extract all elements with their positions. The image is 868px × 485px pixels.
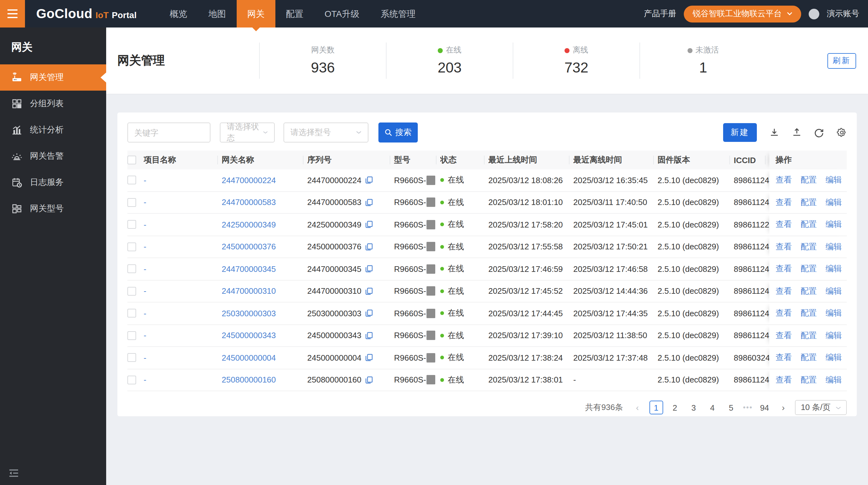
gear-icon[interactable] (836, 127, 847, 138)
previous-page-icon[interactable]: ‹ (630, 401, 644, 415)
action-查看[interactable]: 查看 (776, 352, 792, 364)
page-button-3[interactable]: 3 (687, 401, 700, 415)
action-编辑[interactable]: 编辑 (826, 197, 842, 208)
project-name-cell[interactable]: - (144, 287, 222, 296)
action-编辑[interactable]: 编辑 (826, 263, 842, 275)
action-查看[interactable]: 查看 (776, 374, 792, 386)
project-name-cell[interactable]: - (144, 375, 222, 385)
project-name-cell[interactable]: - (144, 309, 222, 318)
copy-icon[interactable] (365, 332, 373, 339)
action-配置[interactable]: 配置 (801, 175, 817, 186)
gateway-name-link[interactable]: 245000000343 (222, 331, 276, 340)
download-icon[interactable] (769, 127, 779, 138)
action-查看[interactable]: 查看 (776, 286, 792, 297)
action-配置[interactable]: 配置 (801, 308, 817, 319)
account-name[interactable]: 演示账号 (827, 8, 859, 19)
nav-tab-网关[interactable]: 网关 (236, 0, 275, 28)
gateway-name-link[interactable]: 242500000349 (222, 220, 276, 229)
gateway-name-link[interactable]: 244700000345 (222, 264, 276, 274)
gateway-name-link[interactable]: 245000000004 (222, 353, 276, 363)
copy-icon[interactable] (365, 287, 373, 295)
status-select[interactable]: 请选择状态 (220, 122, 275, 143)
action-查看[interactable]: 查看 (776, 197, 792, 208)
action-配置[interactable]: 配置 (801, 352, 817, 364)
project-name-cell[interactable]: - (144, 242, 222, 252)
page-button-4[interactable]: 4 (705, 401, 719, 415)
action-编辑[interactable]: 编辑 (826, 175, 842, 186)
page-button-94[interactable]: 94 (758, 401, 772, 415)
row-checkbox[interactable] (127, 198, 136, 207)
action-配置[interactable]: 配置 (801, 197, 817, 208)
gateway-name-link[interactable]: 250800000160 (222, 375, 276, 385)
page-button-1[interactable]: 1 (649, 401, 663, 415)
platform-selector-dropdown[interactable]: 锐谷智联工业物联云平台 (684, 5, 801, 22)
action-查看[interactable]: 查看 (776, 241, 792, 253)
project-name-cell[interactable]: - (144, 220, 222, 229)
create-button[interactable]: 新建 (723, 123, 757, 142)
gateway-name-link[interactable]: 250300000303 (222, 309, 276, 318)
row-checkbox[interactable] (127, 376, 136, 384)
page-button-2[interactable]: 2 (668, 401, 682, 415)
page-size-select[interactable]: 10 条/页 (795, 400, 847, 415)
row-checkbox[interactable] (127, 242, 136, 251)
copy-icon[interactable] (365, 176, 373, 184)
hamburger-menu-icon[interactable] (0, 0, 25, 28)
product-manual-link[interactable]: 产品手册 (644, 8, 676, 19)
row-checkbox[interactable] (127, 220, 136, 229)
sidebar-item-分组列表[interactable]: 分组列表 (0, 91, 106, 117)
copy-icon[interactable] (365, 265, 373, 273)
project-name-cell[interactable]: - (144, 198, 222, 207)
collapse-sidebar-icon[interactable] (8, 467, 19, 479)
refresh-button[interactable]: 刷新 (828, 53, 856, 68)
copy-icon[interactable] (365, 310, 373, 317)
copy-icon[interactable] (365, 199, 373, 206)
sidebar-item-网关管理[interactable]: 网关管理 (0, 64, 106, 91)
action-编辑[interactable]: 编辑 (826, 374, 842, 386)
model-select[interactable]: 请选择型号 (283, 122, 368, 143)
nav-tab-OTA升级[interactable]: OTA升级 (314, 0, 370, 28)
next-page-icon[interactable]: › (777, 401, 790, 415)
search-button[interactable]: 搜索 (378, 122, 418, 143)
action-编辑[interactable]: 编辑 (826, 330, 842, 341)
gateway-name-link[interactable]: 244700000224 (222, 176, 276, 185)
project-name-cell[interactable]: - (144, 264, 222, 274)
action-查看[interactable]: 查看 (776, 219, 792, 230)
action-编辑[interactable]: 编辑 (826, 241, 842, 253)
action-编辑[interactable]: 编辑 (826, 219, 842, 230)
upload-icon[interactable] (791, 127, 802, 138)
action-编辑[interactable]: 编辑 (826, 308, 842, 319)
action-配置[interactable]: 配置 (801, 219, 817, 230)
project-name-cell[interactable]: - (144, 353, 222, 363)
action-编辑[interactable]: 编辑 (826, 286, 842, 297)
sidebar-item-统计分析[interactable]: 统计分析 (0, 117, 106, 143)
row-checkbox[interactable] (127, 287, 136, 296)
nav-tab-系统管理[interactable]: 系统管理 (370, 0, 426, 28)
copy-icon[interactable] (365, 243, 373, 251)
row-checkbox[interactable] (127, 265, 136, 274)
reload-icon[interactable] (814, 127, 824, 138)
nav-tab-配置[interactable]: 配置 (275, 0, 314, 28)
action-查看[interactable]: 查看 (776, 263, 792, 275)
row-checkbox[interactable] (127, 309, 136, 318)
gateway-name-link[interactable]: 245000000376 (222, 242, 276, 252)
project-name-cell[interactable]: - (144, 176, 222, 185)
row-checkbox[interactable] (127, 176, 136, 185)
action-查看[interactable]: 查看 (776, 330, 792, 341)
copy-icon[interactable] (365, 354, 373, 362)
page-button-5[interactable]: 5 (724, 401, 738, 415)
action-配置[interactable]: 配置 (801, 374, 817, 386)
avatar[interactable] (809, 8, 819, 19)
sidebar-item-日志服务[interactable]: 日志服务 (0, 169, 106, 196)
action-配置[interactable]: 配置 (801, 263, 817, 275)
select-all-checkbox[interactable] (127, 155, 136, 164)
pagination-ellipsis[interactable]: ••• (743, 403, 752, 412)
project-name-cell[interactable]: - (144, 331, 222, 340)
action-查看[interactable]: 查看 (776, 308, 792, 319)
sidebar-item-网关告警[interactable]: 网关告警 (0, 143, 106, 169)
action-配置[interactable]: 配置 (801, 330, 817, 341)
gateway-name-link[interactable]: 244700000583 (222, 198, 276, 207)
sidebar-item-网关型号[interactable]: 网关型号 (0, 196, 106, 222)
action-查看[interactable]: 查看 (776, 175, 792, 186)
gateway-name-link[interactable]: 244700000310 (222, 287, 276, 296)
action-配置[interactable]: 配置 (801, 241, 817, 253)
